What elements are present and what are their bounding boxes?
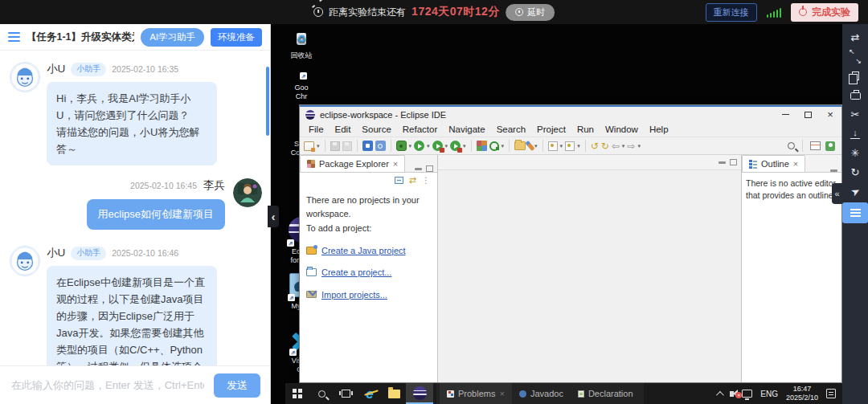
right-toolbar-rail: ⇄ ✂ ↓ ✳ ↻ ➤: [842, 24, 868, 404]
menu-list-icon[interactable]: [8, 32, 20, 35]
list-panel-button[interactable]: [842, 202, 868, 223]
new-wizard-icon[interactable]: [304, 141, 314, 151]
task-view-button[interactable]: [334, 383, 358, 404]
minimize-view-icon[interactable]: [830, 169, 837, 172]
maximize-view-icon[interactable]: [426, 165, 433, 172]
countdown-group: 距离实验结束还有 1724天07时12分 延时: [313, 0, 555, 24]
question-input[interactable]: [10, 378, 206, 392]
copy-icon[interactable]: [842, 67, 868, 84]
debug-icon[interactable]: [396, 141, 407, 151]
ie-button[interactable]: e: [358, 383, 382, 404]
menu-refactor[interactable]: Refactor: [397, 124, 443, 134]
delay-clock-icon: [515, 8, 523, 16]
rail-collapse-handle[interactable]: «: [832, 183, 842, 204]
search-icon: [318, 390, 326, 398]
tab-close-icon[interactable]: ×: [393, 159, 398, 169]
maximize-button[interactable]: [796, 107, 819, 122]
minimize-view-icon[interactable]: [719, 161, 726, 164]
env-prep-tab[interactable]: 环境准备: [211, 28, 262, 47]
import-projects-link[interactable]: Import projects...: [306, 288, 431, 302]
coverage-icon[interactable]: [450, 141, 461, 151]
minimize-button[interactable]: [774, 107, 796, 122]
eclipse-taskbar-button[interactable]: [406, 383, 433, 404]
muted-speaker-icon[interactable]: [730, 391, 734, 397]
reconnect-button[interactable]: 重新连接: [706, 3, 757, 22]
scissors-icon[interactable]: ✂: [842, 106, 868, 122]
language-indicator[interactable]: ENG: [760, 390, 778, 398]
create-java-project-link[interactable]: Create a Java project: [306, 244, 431, 258]
torch-search-icon[interactable]: [526, 141, 535, 151]
tab-close-icon[interactable]: ×: [793, 159, 798, 169]
annotation-next-icon[interactable]: [565, 141, 575, 151]
java-perspective-icon[interactable]: [810, 141, 821, 150]
expand-icon[interactable]: [842, 48, 868, 64]
menu-run[interactable]: Run: [571, 124, 600, 134]
create-project-link[interactable]: Create a project...: [306, 266, 431, 280]
add-project-text: To add a project:: [306, 222, 431, 235]
tab-problems[interactable]: Problems ×: [440, 383, 512, 404]
tab-outline[interactable]: Outline ×: [742, 155, 805, 172]
tab-javadoc[interactable]: Javadoc: [512, 383, 571, 404]
refresh-icon[interactable]: ↻: [842, 164, 868, 180]
download-icon[interactable]: ↓: [842, 125, 868, 141]
view-menu-icon[interactable]: ⋮: [422, 176, 431, 185]
open-folder-icon[interactable]: [514, 141, 526, 150]
window-title-bar[interactable]: eclipse-workspace - Eclipse IDE ×: [300, 107, 841, 122]
save-all-icon[interactable]: [342, 141, 352, 151]
open-element-icon[interactable]: [362, 141, 373, 151]
menu-file[interactable]: File: [303, 124, 330, 134]
undo-arrow-icon[interactable]: ↺: [591, 141, 599, 151]
menu-navigate[interactable]: Navigate: [443, 124, 490, 134]
assistant-message-1: 小U 小助手 2025-02-10 16:35 Hi，李兵，我是AI学习助手小U…: [0, 62, 270, 165]
send-plane-icon[interactable]: ➤: [842, 183, 868, 199]
toolbox-icon[interactable]: [842, 87, 868, 103]
settings-asterisk-icon[interactable]: ✳: [842, 145, 868, 161]
update-icon[interactable]: [489, 141, 499, 151]
annotation-icon[interactable]: [548, 141, 558, 151]
menu-project[interactable]: Project: [531, 124, 571, 134]
new-grid-icon[interactable]: [477, 141, 487, 151]
editor-area[interactable]: [438, 155, 742, 382]
maximize-view-icon[interactable]: [730, 159, 737, 165]
redo-arrow-icon[interactable]: ↻: [601, 141, 609, 151]
menu-help[interactable]: Help: [644, 124, 674, 134]
taskbar-search-button[interactable]: [309, 383, 334, 404]
save-icon[interactable]: [330, 141, 340, 151]
menu-search[interactable]: Search: [491, 124, 531, 134]
tab-package-explorer[interactable]: Package Explorer ×: [300, 155, 405, 172]
chat-messages: 小U 小助手 2025-02-10 16:35 Hi，李兵，我是AI学习助手小U…: [0, 51, 270, 365]
menu-window[interactable]: Window: [600, 124, 644, 134]
file-explorer-button[interactable]: [382, 383, 406, 404]
start-button[interactable]: [285, 383, 309, 404]
collapse-all-icon[interactable]: [395, 177, 403, 184]
link-editor-icon[interactable]: ⇄: [409, 176, 416, 185]
desktop-icon-recycle-bin[interactable]: ♻ 回收站: [282, 29, 321, 61]
scrollbar-thumb[interactable]: [266, 67, 269, 136]
signal-bars-icon: [767, 7, 782, 18]
close-button[interactable]: ×: [819, 107, 841, 122]
minimize-view-icon[interactable]: [415, 168, 422, 170]
ai-assistant-tab[interactable]: AI学习助手: [141, 28, 204, 47]
forward-arrow-icon[interactable]: ⇨: [627, 141, 635, 151]
notification-icon[interactable]: [826, 389, 836, 398]
chat-collapse-handle[interactable]: ‹: [268, 206, 279, 227]
swap-arrows-icon[interactable]: ⇄: [842, 29, 868, 45]
menu-edit[interactable]: Edit: [330, 124, 357, 134]
send-button[interactable]: 发送: [214, 373, 260, 398]
chevron-up-icon[interactable]: [716, 390, 724, 398]
countdown-value: 1724天07时12分: [411, 5, 500, 19]
tab-close-icon[interactable]: ×: [499, 389, 504, 398]
desktop-icon-chrome[interactable]: ↗ Goo Chr: [282, 74, 321, 102]
delay-button[interactable]: 延时: [506, 4, 555, 21]
tab-declaration[interactable]: Declaration: [571, 383, 641, 404]
finish-experiment-button[interactable]: 完成实验: [791, 3, 858, 22]
magnifier-icon[interactable]: [788, 142, 795, 149]
run-icon[interactable]: [414, 141, 424, 151]
run-external-icon[interactable]: [432, 141, 443, 151]
taskbar-clock[interactable]: 16:47 2025/2/10: [786, 385, 818, 403]
network-icon[interactable]: [742, 390, 752, 398]
menu-source[interactable]: Source: [356, 124, 396, 134]
perspective-icon[interactable]: [825, 141, 835, 151]
back-arrow-icon[interactable]: ⇦: [612, 141, 620, 151]
search-blue-icon[interactable]: [375, 141, 386, 151]
